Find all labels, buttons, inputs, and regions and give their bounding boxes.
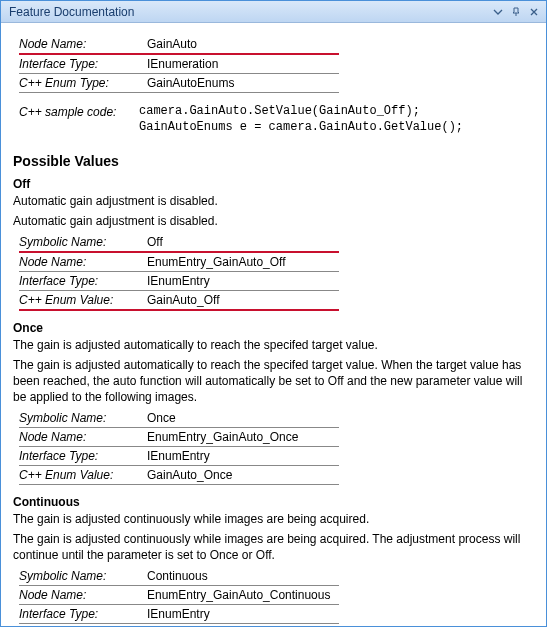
value-short-desc: Automatic gain adjustment is disabled. bbox=[13, 193, 534, 209]
top-property-table: Node Name: GainAuto Interface Type: IEnu… bbox=[19, 35, 534, 93]
value-name-heading: Once bbox=[13, 321, 534, 335]
prop-row-interface-type: Interface Type: IEnumeration bbox=[19, 55, 534, 74]
prop-label: Interface Type: bbox=[19, 272, 139, 291]
prop-value: Once bbox=[139, 409, 339, 428]
prop-value: EnumEntry_GainAuto_Once bbox=[139, 428, 339, 447]
close-icon[interactable] bbox=[526, 4, 542, 20]
prop-value: IEnumEntry bbox=[139, 272, 339, 291]
prop-value: EnumEntry_GainAuto_Off bbox=[139, 253, 339, 272]
prop-value: GainAuto bbox=[139, 35, 339, 55]
prop-row-node-name: Node Name:EnumEntry_GainAuto_Once bbox=[19, 428, 534, 447]
prop-row-symbolic-name: Symbolic Name:Off bbox=[19, 233, 534, 253]
value-property-table: Symbolic Name:ContinuousNode Name:EnumEn… bbox=[19, 567, 534, 626]
value-block: OnceThe gain is adjusted automatically t… bbox=[13, 321, 534, 485]
prop-row-interface-type: Interface Type:IEnumEntry bbox=[19, 447, 534, 466]
prop-label: C++ Enum Type: bbox=[19, 74, 139, 93]
prop-label: C++ Enum Value: bbox=[19, 466, 139, 485]
prop-value: GainAuto_Continuous bbox=[139, 624, 339, 626]
prop-label: Symbolic Name: bbox=[19, 409, 139, 428]
prop-value: GainAuto_Once bbox=[139, 466, 339, 485]
prop-label: Node Name: bbox=[19, 253, 139, 272]
cpp-sample-label: C++ sample code: bbox=[19, 103, 139, 135]
value-property-table: Symbolic Name:OnceNode Name:EnumEntry_Ga… bbox=[19, 409, 534, 485]
cpp-sample-row: C++ sample code: camera.GainAuto.SetValu… bbox=[19, 103, 534, 135]
content-scroll-area[interactable]: Node Name: GainAuto Interface Type: IEnu… bbox=[1, 23, 546, 626]
prop-label: Node Name: bbox=[19, 35, 139, 55]
prop-value: IEnumeration bbox=[139, 55, 339, 74]
prop-label: Node Name: bbox=[19, 428, 139, 447]
prop-row-node-name: Node Name: GainAuto bbox=[19, 35, 534, 55]
pin-icon[interactable] bbox=[508, 4, 524, 20]
possible-values-heading: Possible Values bbox=[13, 153, 534, 169]
prop-value: GainAutoEnums bbox=[139, 74, 339, 93]
value-short-desc: The gain is adjusted continuously while … bbox=[13, 511, 534, 527]
prop-label: Interface Type: bbox=[19, 55, 139, 74]
prop-row-cpp-enum-value: C++ Enum Value:GainAuto_Continuous bbox=[19, 624, 534, 626]
prop-value: IEnumEntry bbox=[139, 447, 339, 466]
prop-row-symbolic-name: Symbolic Name:Once bbox=[19, 409, 534, 428]
prop-value: IEnumEntry bbox=[139, 605, 339, 624]
value-long-desc: The gain is adjusted continuously while … bbox=[13, 531, 534, 563]
prop-label: Interface Type: bbox=[19, 447, 139, 466]
prop-value: GainAuto_Off bbox=[139, 291, 339, 311]
prop-label: Interface Type: bbox=[19, 605, 139, 624]
cpp-sample-code: camera.GainAuto.SetValue(GainAuto_Off); … bbox=[139, 103, 463, 135]
prop-row-interface-type: Interface Type:IEnumEntry bbox=[19, 272, 534, 291]
value-name-heading: Continuous bbox=[13, 495, 534, 509]
prop-row-symbolic-name: Symbolic Name:Continuous bbox=[19, 567, 534, 586]
value-short-desc: The gain is adjusted automatically to re… bbox=[13, 337, 534, 353]
prop-row-cpp-enum-value: C++ Enum Value:GainAuto_Once bbox=[19, 466, 534, 485]
prop-row-interface-type: Interface Type:IEnumEntry bbox=[19, 605, 534, 624]
prop-row-node-name: Node Name:EnumEntry_GainAuto_Off bbox=[19, 253, 534, 272]
prop-label: Symbolic Name: bbox=[19, 233, 139, 253]
prop-label: Node Name: bbox=[19, 586, 139, 605]
prop-label: C++ Enum Value: bbox=[19, 291, 139, 311]
window-title: Feature Documentation bbox=[9, 5, 490, 19]
value-block: ContinuousThe gain is adjusted continuou… bbox=[13, 495, 534, 626]
prop-label: C++ Enum Value: bbox=[19, 624, 139, 626]
values-container: OffAutomatic gain adjustment is disabled… bbox=[13, 177, 534, 626]
prop-value: Continuous bbox=[139, 567, 339, 586]
prop-row-cpp-enum-value: C++ Enum Value:GainAuto_Off bbox=[19, 291, 534, 311]
value-property-table: Symbolic Name:OffNode Name:EnumEntry_Gai… bbox=[19, 233, 534, 311]
value-long-desc: Automatic gain adjustment is disabled. bbox=[13, 213, 534, 229]
titlebar-controls bbox=[490, 4, 542, 20]
value-long-desc: The gain is adjusted automatically to re… bbox=[13, 357, 534, 405]
value-block: OffAutomatic gain adjustment is disabled… bbox=[13, 177, 534, 311]
prop-value: Off bbox=[139, 233, 339, 253]
prop-row-node-name: Node Name:EnumEntry_GainAuto_Continuous bbox=[19, 586, 534, 605]
prop-label: Symbolic Name: bbox=[19, 567, 139, 586]
prop-row-cpp-enum-type: C++ Enum Type: GainAutoEnums bbox=[19, 74, 534, 93]
window-titlebar: Feature Documentation bbox=[1, 1, 546, 23]
dropdown-icon[interactable] bbox=[490, 4, 506, 20]
prop-value: EnumEntry_GainAuto_Continuous bbox=[139, 586, 339, 605]
value-name-heading: Off bbox=[13, 177, 534, 191]
